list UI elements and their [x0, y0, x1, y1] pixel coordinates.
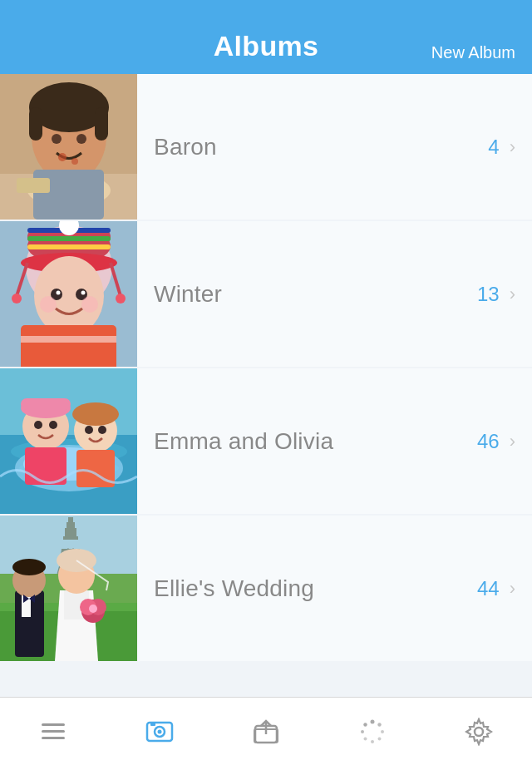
- hamburger-line-2: [42, 730, 65, 733]
- svg-rect-24: [21, 325, 116, 367]
- svg-point-49: [72, 402, 119, 426]
- svg-point-46: [49, 421, 57, 429]
- album-count-ellies-wedding: 44: [477, 577, 500, 600]
- svg-rect-20: [27, 244, 111, 249]
- album-name-winter: Winter: [154, 281, 477, 308]
- svg-rect-7: [33, 170, 104, 220]
- new-album-button[interactable]: New Album: [424, 43, 515, 62]
- album-info-ellies-wedding: Ellie's Wedding 44 ›: [137, 575, 532, 602]
- svg-point-10: [58, 153, 66, 161]
- tab-bar: [0, 697, 532, 765]
- header: Albums New Album: [0, 0, 532, 74]
- album-count-emma-olivia: 46: [477, 430, 500, 453]
- svg-point-85: [377, 723, 381, 726]
- svg-point-28: [57, 291, 61, 295]
- share-icon: [252, 718, 280, 746]
- hamburger-icon: [38, 720, 68, 743]
- album-info-emma-olivia: Emma and Olivia 46 ›: [137, 428, 532, 455]
- album-item-emma-olivia[interactable]: Emma and Olivia 46 ›: [0, 368, 532, 514]
- svg-rect-25: [21, 336, 116, 343]
- svg-point-86: [381, 730, 384, 733]
- album-count-winter: 13: [477, 283, 500, 306]
- svg-point-29: [81, 291, 86, 295]
- svg-rect-59: [65, 528, 76, 538]
- album-thumbnail-winter: [0, 221, 137, 367]
- hamburger-line-3: [42, 737, 65, 739]
- svg-rect-12: [17, 178, 50, 193]
- svg-point-76: [89, 605, 97, 613]
- svg-point-50: [85, 426, 93, 434]
- svg-rect-5: [29, 107, 42, 141]
- album-info-baron: Baron 4 ›: [137, 134, 532, 160]
- svg-rect-61: [68, 517, 73, 524]
- activity-icon: [358, 718, 387, 746]
- svg-point-89: [364, 737, 367, 740]
- chevron-icon-ellies-wedding: ›: [510, 578, 515, 600]
- album-list: Baron 4 ›: [0, 74, 532, 697]
- svg-point-91: [363, 723, 367, 726]
- chevron-icon-winter: ›: [510, 284, 515, 305]
- album-item-baron[interactable]: Baron 4 ›: [0, 74, 532, 220]
- svg-point-8: [52, 134, 62, 144]
- svg-rect-19: [27, 236, 111, 241]
- album-item-winter[interactable]: Winter 13 ›: [0, 221, 532, 367]
- svg-rect-80: [150, 723, 155, 726]
- svg-point-35: [116, 294, 126, 304]
- header-title: Albums: [108, 30, 424, 62]
- svg-point-9: [76, 134, 86, 144]
- album-thumbnail-baron: [0, 74, 137, 220]
- chevron-icon-emma-olivia: ›: [510, 431, 515, 452]
- chevron-icon-baron: ›: [510, 136, 515, 158]
- tab-share[interactable]: [233, 707, 299, 757]
- tab-menu[interactable]: [20, 707, 86, 757]
- album-item-ellies-wedding[interactable]: Ellie's Wedding 44 ›: [0, 516, 532, 661]
- svg-point-90: [361, 730, 364, 733]
- svg-point-31: [81, 296, 98, 313]
- svg-point-67: [12, 559, 46, 575]
- svg-rect-44: [21, 398, 71, 410]
- album-count-baron: 4: [488, 136, 499, 159]
- album-name-ellies-wedding: Ellie's Wedding: [154, 575, 477, 602]
- hamburger-line-1: [42, 723, 65, 726]
- tab-activity[interactable]: [339, 707, 406, 757]
- gear-icon: [465, 718, 493, 746]
- svg-point-45: [34, 421, 42, 429]
- tab-settings[interactable]: [446, 707, 512, 757]
- album-thumbnail-emma-olivia: [0, 368, 137, 514]
- photos-icon: [145, 718, 174, 746]
- album-info-winter: Winter 13 ›: [137, 281, 532, 308]
- svg-point-11: [71, 158, 78, 165]
- svg-point-92: [475, 728, 483, 736]
- svg-rect-6: [95, 107, 108, 141]
- svg-point-23: [34, 256, 104, 336]
- svg-point-87: [378, 737, 382, 740]
- svg-point-34: [12, 294, 22, 304]
- svg-point-84: [371, 719, 375, 723]
- svg-point-79: [158, 729, 162, 733]
- album-name-emma-olivia: Emma and Olivia: [154, 428, 477, 455]
- album-thumbnail-ellies-wedding: [0, 516, 137, 661]
- album-name-baron: Baron: [154, 134, 488, 160]
- svg-point-88: [371, 740, 374, 743]
- svg-point-51: [98, 426, 106, 434]
- svg-point-30: [40, 296, 57, 313]
- tab-photos[interactable]: [126, 707, 193, 757]
